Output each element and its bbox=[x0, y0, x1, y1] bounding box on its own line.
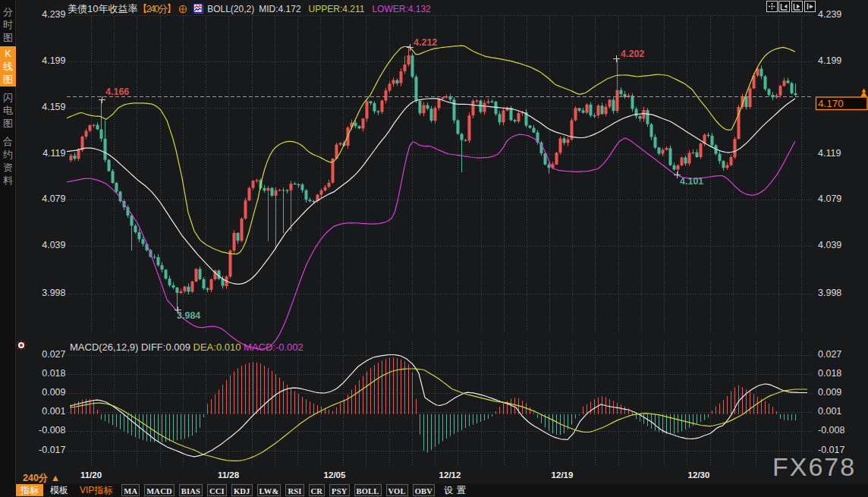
svg-text:0.018: 0.018 bbox=[818, 368, 841, 379]
svg-text:12/12: 12/12 bbox=[439, 470, 461, 480]
svg-text:4.039: 4.039 bbox=[818, 240, 841, 250]
svg-text:-0.008: -0.008 bbox=[39, 425, 65, 436]
svg-text:4.212: 4.212 bbox=[414, 37, 437, 48]
svg-text:-0.008: -0.008 bbox=[818, 425, 844, 436]
svg-text:12/30: 12/30 bbox=[688, 470, 710, 480]
svg-text:0.009: 0.009 bbox=[42, 387, 65, 398]
svg-text:4.079: 4.079 bbox=[818, 193, 841, 204]
svg-text:3.984: 3.984 bbox=[177, 310, 200, 321]
svg-text:4.199: 4.199 bbox=[42, 55, 65, 66]
svg-text:3.998: 3.998 bbox=[42, 288, 65, 298]
svg-text:12/05: 12/05 bbox=[324, 470, 346, 480]
svg-text:0.001: 0.001 bbox=[818, 406, 841, 417]
svg-text:11/20: 11/20 bbox=[80, 470, 102, 480]
svg-text:4.239: 4.239 bbox=[42, 9, 65, 20]
svg-text:4.202: 4.202 bbox=[621, 49, 644, 59]
svg-text:0.027: 0.027 bbox=[42, 349, 65, 360]
svg-text:4.101: 4.101 bbox=[680, 176, 703, 187]
svg-text:-0.017: -0.017 bbox=[39, 445, 65, 455]
svg-text:4.119: 4.119 bbox=[42, 148, 65, 159]
svg-text:3.998: 3.998 bbox=[818, 288, 841, 298]
svg-text:0.001: 0.001 bbox=[42, 406, 65, 417]
svg-text:12/19: 12/19 bbox=[552, 470, 574, 480]
svg-text:4.199: 4.199 bbox=[818, 55, 841, 66]
svg-text:4.039: 4.039 bbox=[42, 240, 65, 250]
svg-text:4.239: 4.239 bbox=[818, 9, 841, 20]
svg-text:4.079: 4.079 bbox=[42, 193, 65, 204]
svg-text:4.170: 4.170 bbox=[818, 98, 844, 109]
svg-text:4.166: 4.166 bbox=[105, 87, 129, 97]
svg-text:0.009: 0.009 bbox=[818, 387, 841, 398]
svg-text:0.018: 0.018 bbox=[42, 368, 65, 379]
svg-text:4.159: 4.159 bbox=[42, 102, 65, 112]
svg-text:4.119: 4.119 bbox=[818, 148, 841, 159]
svg-text:11/28: 11/28 bbox=[218, 470, 240, 480]
svg-text:0.027: 0.027 bbox=[818, 349, 841, 360]
